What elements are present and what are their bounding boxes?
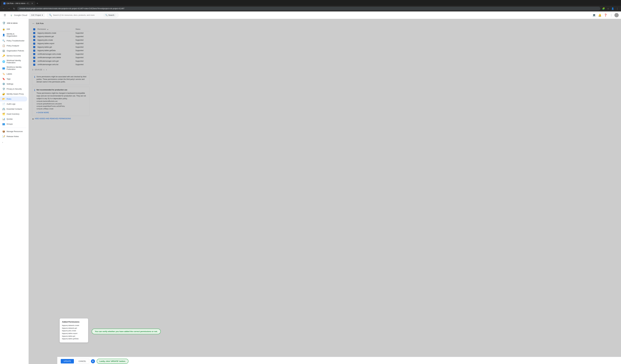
checkmark-icon: ✓ [34, 60, 35, 62]
cancel-button[interactable]: CANCEL [76, 359, 89, 364]
tab-close-icon[interactable]: ✕ [31, 2, 33, 5]
extensions-button[interactable]: 🧩 [602, 7, 605, 11]
search-btn-label: Search [108, 14, 114, 16]
status-cell: Supported [74, 63, 89, 66]
sidebar-item-identity-org[interactable]: 👤 Identity & Organization [0, 32, 27, 38]
sidebar-item-service-accounts[interactable]: 🔑 Service Accounts [0, 53, 27, 58]
collapse-icon: ‹ [2, 141, 3, 143]
permission-cell: bigquery.tables.get [36, 45, 74, 49]
sort-icon: ▲ [47, 29, 49, 30]
forward-nav-button[interactable]: → [7, 7, 11, 11]
action-bar: UPDATE CANCEL 8 Lastly, click 'UPDATE' b… [57, 357, 621, 364]
status-cell: Supported [74, 52, 89, 56]
back-button[interactable]: ← [32, 22, 35, 25]
select-all-checkbox[interactable]: ✓ [33, 28, 35, 30]
bookmark-button[interactable]: ☆ [606, 7, 610, 11]
sidebar-item-label: Quotas [7, 118, 13, 120]
user-avatar[interactable] [614, 13, 619, 17]
row-checkbox[interactable]: ✓ [33, 36, 35, 38]
row-checkbox[interactable]: ✓ [33, 43, 35, 45]
sidebar-collapse-button[interactable]: ‹ [0, 140, 27, 144]
sidebar-item-privacy-security[interactable]: 🛡️ Privacy & Security [0, 86, 27, 91]
popup-permission-item: bigquery.tables.get [62, 335, 86, 337]
row-checkbox[interactable]: ✓ [33, 32, 35, 34]
next-page-button[interactable]: › [46, 68, 47, 71]
back-nav-button[interactable]: ← [2, 7, 6, 11]
row-checkbox[interactable]: ✓ [33, 46, 35, 48]
sidebar-item-workforce-identity[interactable]: 👥 Workforce Identity Federation [0, 65, 27, 71]
app-container: ☰ Google Cloud C4C Project ▾ 🔍 🔍 Search … [0, 12, 621, 364]
popup-permission-item: bigquery.tables.getData [62, 337, 86, 340]
search-button[interactable]: 🔍 Search [103, 13, 116, 17]
sidebar-item-labels[interactable]: 🏷️ Labels [0, 71, 27, 76]
sidebar-item-workload-identity[interactable]: 🌐 Workload Identity Federation [0, 58, 27, 65]
sidebar-item-quotas[interactable]: 📊 Quotas [0, 116, 27, 122]
checkmark-icon: ✓ [34, 50, 35, 51]
new-tab-button[interactable]: + [35, 1, 39, 6]
hamburger-menu-button[interactable]: ☰ [2, 13, 7, 18]
update-button[interactable]: UPDATE [61, 359, 74, 364]
sidebar-item-label: Identity & Organization [7, 33, 25, 37]
row-checkbox-cell: ✓ [32, 45, 36, 49]
sidebar-item-essential-contacts[interactable]: 📇 Essential Contacts [0, 107, 27, 111]
sidebar-item-manage-resources[interactable]: 📦 Manage Resources [0, 129, 27, 134]
not-recommended-title: Not recommended for production use [36, 89, 87, 91]
sidebar-item-label: Workload Identity Federation [7, 59, 25, 64]
not-recommended-permission: compute.targetHttpsProxies.setSslPolicy [36, 105, 87, 108]
not-recommended-description: These permissions might be changed in ba… [36, 92, 87, 100]
more-menu-button[interactable]: ⋮ [615, 7, 619, 11]
settings-icon: ⚙️ [2, 82, 5, 85]
sidebar-item-release-notes[interactable]: 📝 Release Notes [0, 134, 27, 139]
chevron-up-icon: ▲ [32, 118, 34, 120]
popup-permission-item: bigquery.jobs.create [62, 329, 86, 332]
sidebar-item-identity-aware-proxy[interactable]: 🔐 Identity-Aware Proxy [0, 91, 27, 96]
table-row: ✓ certificatemanager.certs.get Supported [32, 59, 89, 63]
sidebar-item-label: Privacy & Security [7, 88, 22, 90]
row-checkbox[interactable]: ✓ [33, 57, 35, 59]
sidebar-item-policy-troubleshooter[interactable]: 🔍 Policy Troubleshooter [0, 38, 27, 43]
browser-tab[interactable]: Edit Role – IAM & Admin – C… ✕ [1, 1, 35, 6]
table-row: ✓ bigquery.datasets.get Supported [32, 35, 89, 38]
sidebar-item-groups[interactable]: 👥 Groups [0, 122, 27, 127]
info-text: Some permissions might be associated wit… [36, 75, 87, 83]
show-more-link[interactable]: ▾ SHOW MORE [36, 111, 87, 114]
cloud-shell-button[interactable]: 💻 [591, 13, 597, 18]
audit-logs-icon: 📄 [2, 103, 5, 105]
prev-page-button[interactable]: ‹ [43, 68, 45, 71]
row-checkbox[interactable]: ✓ [33, 60, 35, 62]
address-bar-input[interactable] [17, 7, 600, 10]
search-input[interactable] [53, 14, 102, 16]
tags-icon: 🔖 [2, 78, 5, 80]
org-policies-icon: 🏢 [2, 49, 5, 52]
sidebar-item-roles[interactable]: 📂 Roles [0, 96, 27, 101]
top-nav: ☰ Google Cloud C4C Project ▾ 🔍 🔍 Search … [0, 12, 621, 19]
sidebar-item-asset-inventory[interactable]: 🗂️ Asset Inventory [0, 111, 27, 116]
help-button[interactable]: ❓ [603, 13, 608, 18]
labels-icon: 🏷️ [2, 73, 5, 75]
iam-icon: 🔒 [2, 28, 5, 31]
sidebar-item-tags[interactable]: 🔖 Tags [0, 76, 27, 81]
row-checkbox[interactable]: ✓ [33, 50, 35, 52]
project-selector[interactable]: C4C Project ▾ [30, 13, 45, 17]
table-row: ✓ bigquery.tables.export Supported [32, 42, 89, 45]
hide-added-row[interactable]: ▲ HIDE ADDED AND REMOVED PERMISSIONS [32, 118, 618, 120]
profile-button[interactable]: 👤 [611, 7, 615, 11]
sidebar-item-policy-analyzer[interactable]: 📋 Policy Analyzer [0, 43, 27, 48]
added-permissions-popup: Added Permissions bigquery.datasets.crea… [60, 318, 88, 343]
col-header-permission[interactable]: Permission ▲ [36, 27, 74, 31]
row-checkbox[interactable]: ✓ [33, 39, 35, 41]
checkmark-icon: ✓ [34, 39, 35, 41]
sidebar-item-audit-logs[interactable]: 📄 Audit Logs [0, 101, 27, 107]
project-label: C4C Project [31, 14, 41, 16]
row-checkbox[interactable]: ✓ [33, 53, 35, 55]
reload-button[interactable]: ↻ [12, 7, 16, 11]
not-recommended-permission: compute.urlMaps.create [36, 108, 87, 110]
sidebar-item-settings[interactable]: ⚙️ Settings [0, 81, 27, 86]
notifications-button[interactable]: 🔔 [597, 13, 602, 18]
sidebar-item-org-policies[interactable]: 🏢 Organization Policies [0, 48, 27, 53]
more-options-button[interactable]: ⋮ [609, 13, 614, 18]
not-recommended-permissions: compute.backendBuckets.usecompute.global… [36, 100, 87, 110]
row-checkbox[interactable]: ✓ [33, 64, 35, 66]
sidebar-item-iam[interactable]: 🔒 IAM [0, 27, 27, 32]
nav-right-icons: 💻 🔔 ❓ ⋮ [591, 13, 619, 18]
